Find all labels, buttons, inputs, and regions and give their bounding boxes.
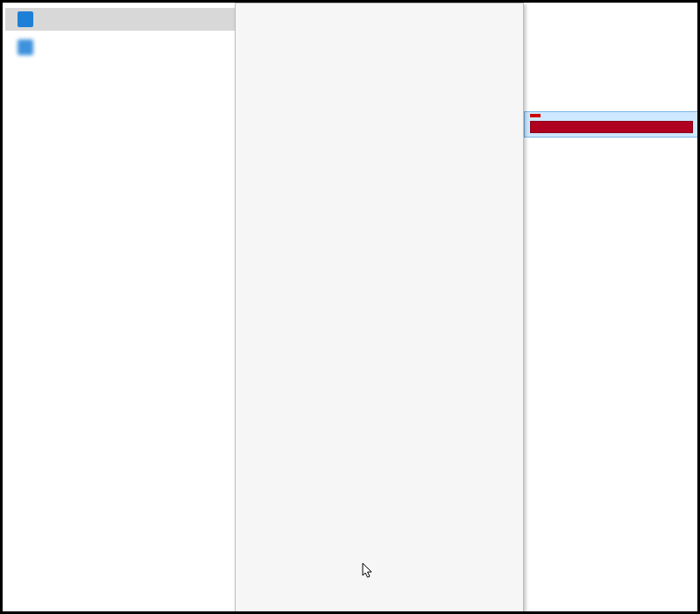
network-icon xyxy=(18,39,33,55)
context-menu[interactable] xyxy=(235,3,524,614)
pc-icon xyxy=(18,11,33,27)
drive-os-c[interactable] xyxy=(524,111,699,138)
sidebar-item-this-pc[interactable] xyxy=(5,8,235,31)
status-bar xyxy=(5,588,32,609)
sidebar-tree xyxy=(5,3,235,588)
drive-usage-bar xyxy=(530,121,693,133)
sidebar-item-network[interactable] xyxy=(5,36,235,59)
drive-name-highlight xyxy=(530,114,541,117)
